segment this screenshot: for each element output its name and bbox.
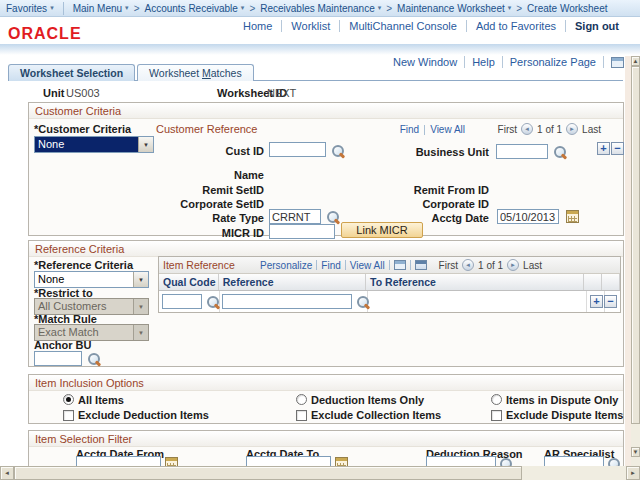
breadcrumb-label: Receivables Maintenance: [260, 3, 375, 14]
reference-lookup-icon[interactable]: [356, 295, 370, 309]
tab-worksheet-selection[interactable]: Worksheet Selection: [8, 64, 135, 81]
download-grid-icon[interactable]: [415, 260, 427, 270]
favorites-menu[interactable]: Favorites ▾: [6, 3, 54, 14]
zoom-grid-icon[interactable]: [394, 260, 406, 270]
delete-row-button[interactable]: −: [611, 142, 624, 155]
grid-navigation-bar: Item Reference Personalize Find View All…: [159, 257, 620, 274]
acctg-date-calendar-icon[interactable]: [566, 210, 579, 223]
cust-id-lookup-icon[interactable]: [331, 144, 345, 158]
item-selection-filter-groupbox: Item Selection Filter Acctg Date From Ac…: [28, 430, 624, 467]
exclude-dispute-items-checkbox[interactable]: [491, 410, 502, 421]
delete-row-button[interactable]: −: [604, 295, 617, 308]
deduction-items-only-radio[interactable]: [296, 394, 307, 405]
worklist-link[interactable]: Worklist: [282, 20, 340, 32]
first-link[interactable]: First: [439, 260, 458, 271]
first-link[interactable]: First: [498, 124, 517, 135]
find-link[interactable]: Find: [321, 260, 340, 271]
next-row-icon[interactable]: ►: [507, 259, 519, 271]
qual-code-input[interactable]: [162, 294, 202, 309]
last-link[interactable]: Last: [582, 124, 601, 135]
find-link[interactable]: Find: [400, 124, 419, 135]
exclude-collection-items-checkbox[interactable]: [296, 410, 307, 421]
select-arrow-icon: ▼: [133, 325, 148, 340]
last-link[interactable]: Last: [523, 260, 542, 271]
breadcrumb-label: Main Menu: [73, 3, 122, 14]
reference-input[interactable]: [222, 294, 352, 309]
help-link[interactable]: Help: [465, 56, 503, 68]
business-unit-input[interactable]: [496, 144, 548, 159]
qual-code-lookup-icon[interactable]: [206, 295, 220, 309]
dropdown-caret-icon: ▾: [378, 4, 382, 12]
previous-row-icon[interactable]: ◄: [521, 123, 533, 135]
previous-row-icon[interactable]: ◄: [462, 259, 474, 271]
tab-label: Worksheet: [149, 67, 202, 79]
personalize-link[interactable]: Personalize: [260, 260, 312, 271]
anchor-bu-input[interactable]: [34, 351, 82, 366]
breadcrumb-main-menu[interactable]: Main Menu ▾: [73, 3, 129, 14]
column-header-to-reference: To Reference: [366, 274, 584, 290]
next-row-icon[interactable]: ►: [566, 123, 578, 135]
select-arrow-icon: ▼: [138, 137, 153, 152]
select-value: None: [35, 137, 138, 152]
all-items-label: All Items: [78, 394, 124, 406]
vertical-scroll-thumb[interactable]: [631, 66, 640, 424]
personalize-page-link[interactable]: Personalize Page: [503, 56, 604, 68]
dropdown-caret-icon: ▾: [50, 4, 54, 12]
column-header-qual-code: Qual Code: [159, 274, 219, 290]
reference-criteria-groupbox: Reference Criteria *Reference Criteria N…: [28, 240, 624, 367]
link-micr-button[interactable]: Link MICR: [341, 222, 423, 238]
anchor-bu-lookup-icon[interactable]: [87, 352, 101, 366]
select-arrow-icon: ▼: [133, 299, 148, 314]
breadcrumb-accounts-receivable[interactable]: Accounts Receivable ▾: [144, 3, 244, 14]
tab-bar: Worksheet Selection Worksheet Matches: [8, 64, 254, 81]
customer-criteria-select[interactable]: None ▼: [34, 136, 154, 153]
rate-type-lookup-icon[interactable]: [326, 210, 340, 224]
items-in-dispute-only-radio[interactable]: [491, 394, 502, 405]
tab-label: atches: [211, 67, 242, 79]
vertical-scrollbar[interactable]: ▲ ▼: [631, 56, 640, 466]
cust-id-input[interactable]: [269, 142, 326, 157]
grid-data-row: + −: [159, 291, 620, 312]
rate-type-input[interactable]: [269, 209, 321, 224]
dropdown-caret-icon: ▾: [125, 4, 129, 12]
business-unit-lookup-icon[interactable]: [553, 145, 567, 159]
breadcrumb-maintenance-worksheet[interactable]: Maintenance Worksheet ▾: [397, 3, 511, 14]
view-all-link[interactable]: View All: [430, 124, 465, 135]
unit-label: Unit: [43, 87, 64, 99]
items-in-dispute-only-label: Items in Dispute Only: [506, 394, 618, 406]
acctg-date-input[interactable]: [497, 209, 559, 224]
multichannel-console-link[interactable]: MultiChannel Console: [340, 20, 467, 32]
exclude-deduction-items-label: Exclude Deduction Items: [78, 409, 209, 421]
exclude-deduction-items-checkbox[interactable]: [63, 410, 74, 421]
customer-criteria-title: Customer Criteria: [29, 103, 623, 119]
add-row-button[interactable]: +: [597, 142, 610, 155]
horizontal-scroll-thumb[interactable]: [14, 466, 522, 480]
breadcrumb-separator: >: [386, 3, 392, 14]
micr-id-input[interactable]: [269, 224, 335, 239]
divider: [410, 260, 411, 270]
scroll-left-button[interactable]: ◄: [0, 466, 14, 480]
sign-out-link[interactable]: Sign out: [566, 20, 628, 32]
acctg-date-label: Acctg Date: [432, 212, 489, 224]
item-inclusion-options-groupbox: Item Inclusion Options All Items Deducti…: [28, 374, 624, 424]
reference-criteria-select[interactable]: None ▼: [34, 271, 149, 288]
breadcrumb-separator: >: [516, 3, 522, 14]
corporate-id-label: Corporate ID: [422, 198, 489, 210]
add-row-button[interactable]: +: [590, 295, 603, 308]
horizontal-scrollbar[interactable]: ◄ ►: [0, 466, 640, 480]
home-link[interactable]: Home: [234, 20, 282, 32]
copy-url-icon[interactable]: [611, 57, 624, 68]
breadcrumb-separator: >: [134, 3, 140, 14]
scroll-right-button[interactable]: ►: [626, 466, 640, 480]
add-to-favorites-link[interactable]: Add to Favorites: [467, 20, 566, 32]
tab-worksheet-matches[interactable]: Worksheet Matches: [137, 64, 254, 81]
breadcrumb-receivables-maintenance[interactable]: Receivables Maintenance ▾: [260, 3, 381, 14]
customer-criteria-label: *Customer Criteria: [34, 123, 131, 135]
scroll-down-button[interactable]: ▼: [631, 447, 640, 457]
view-all-link[interactable]: View All: [350, 260, 385, 271]
column-header-blank: [584, 274, 602, 290]
all-items-radio[interactable]: [63, 394, 74, 405]
scroll-up-button[interactable]: ▲: [631, 56, 640, 66]
divider: [316, 260, 317, 270]
new-window-link[interactable]: New Window: [386, 56, 465, 68]
